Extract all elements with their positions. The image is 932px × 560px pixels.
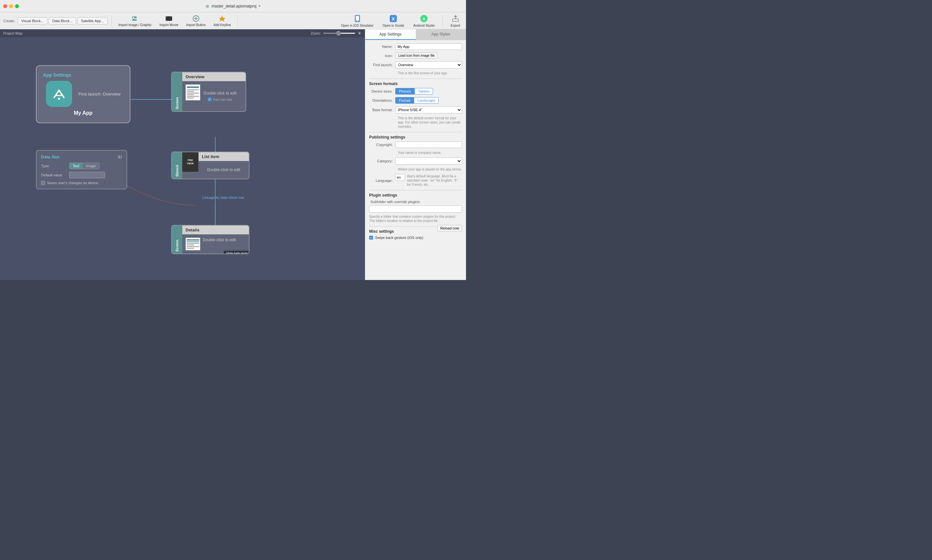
tab-app-styles[interactable]: App Styles — [416, 29, 466, 40]
stencil-type-label: Stencil — [172, 152, 182, 178]
window-controls — [3, 4, 19, 8]
orientations-value: Portrait Landscape — [395, 97, 462, 104]
name-label: Name: — [369, 45, 395, 49]
plugin-header: Plugin settings — [369, 190, 462, 197]
portrait-button[interactable]: Portrait — [395, 97, 414, 104]
name-input[interactable] — [395, 43, 462, 50]
hide-help-button[interactable]: Hide help texts — [224, 251, 250, 254]
base-format-label: Base format: — [369, 108, 395, 112]
data-slot-id: ID — [118, 154, 122, 159]
copyright-row: Copyright: — [369, 142, 462, 148]
import-button-button[interactable]: Import Button — [183, 13, 208, 28]
screen-details-content: Details Double-click to edit — [182, 226, 249, 254]
screen-formats-header: Screen formats — [369, 78, 462, 86]
landscape-button[interactable]: Landscape — [414, 97, 439, 104]
saves-checkbox[interactable] — [41, 181, 45, 185]
screen-details-type-label: Screen — [172, 226, 182, 254]
orientations-label: Orientations: — [369, 98, 395, 102]
device-sizes-row: Device sizes: Phones Tablets — [369, 88, 462, 95]
stencil-body: Double-click to edit — [199, 161, 249, 178]
name-value — [395, 43, 462, 50]
reload-button[interactable]: Reload now — [437, 225, 462, 231]
close-button[interactable] — [3, 4, 7, 8]
create-group: Create: Visual Block... Data Block... Sa… — [3, 17, 108, 25]
svg-rect-4 — [171, 16, 172, 18]
first-launch-select[interactable]: Overview Details — [395, 61, 462, 68]
language-label: Language: — [369, 178, 395, 183]
zoom-icon: ☀ — [357, 31, 362, 36]
zoom-slider[interactable] — [323, 32, 356, 34]
xcode-icon: X — [389, 14, 398, 23]
stencil-name: List item — [199, 152, 249, 161]
has-nav-bar-checkbox[interactable]: ✓ — [208, 97, 212, 102]
icon-value: Load icon from image file — [395, 52, 462, 58]
screen-preview — [186, 85, 200, 100]
base-format-select-row: iPhone 5/SE 4" iPhone 6/7/8 iPhone X — [395, 106, 462, 114]
swipe-back-label: Swipe back gesture (iOS only) — [375, 236, 423, 240]
first-launch-row: First launch: Overview Details — [369, 61, 462, 68]
right-panel-tabs: App Settings App Styles — [365, 29, 466, 40]
minimize-button[interactable] — [9, 4, 13, 8]
data-slot-saves-row: Saves user's changes on device — [41, 181, 122, 185]
stencil-node[interactable]: Stencil PREVIEW List item Double-click t… — [171, 152, 250, 179]
base-format-select[interactable]: iPhone 5/SE 4" iPhone 6/7/8 iPhone X — [395, 106, 462, 114]
has-nav-bar-row: ✓ Has nav bar — [208, 97, 232, 102]
screen-details-node[interactable]: Screen Details — [171, 225, 250, 254]
icon-row: Icon: Load icon from image file — [369, 52, 462, 58]
orientation-buttons: Portrait Landscape — [395, 97, 462, 104]
tablets-button[interactable]: Tablets — [414, 88, 433, 95]
base-format-value: iPhone 5/SE 4" iPhone 6/7/8 iPhone X — [395, 106, 462, 114]
import-image-button[interactable]: Import Image / Graphic — [116, 13, 154, 28]
export-button[interactable]: Export — [448, 13, 463, 29]
data-block-button[interactable]: Data Block... — [49, 17, 76, 25]
svg-rect-5 — [166, 20, 167, 21]
category-select-row — [395, 157, 462, 165]
load-icon-button[interactable]: Load icon from image file — [395, 52, 438, 58]
toggle-image-option[interactable]: Image — [83, 163, 99, 169]
maximize-button[interactable] — [15, 4, 19, 8]
data-slot-default-label: Default value: — [41, 173, 67, 177]
language-hint: App's default language. Must be a standa… — [407, 174, 462, 187]
data-slot-default-input[interactable] — [69, 172, 105, 178]
swipe-back-checkbox[interactable]: ✓ — [369, 236, 373, 240]
phones-button[interactable]: Phones — [395, 88, 414, 95]
data-slot-header: Data Slot ID — [41, 154, 122, 159]
svg-text:A: A — [423, 17, 425, 21]
open-xcode-button[interactable]: X Open in Xcode — [380, 13, 407, 29]
screen-overview-node[interactable]: Screen Overview — [171, 72, 246, 112]
language-input[interactable] — [395, 174, 405, 181]
device-sizes-value: Phones Tablets — [395, 88, 462, 95]
data-slot-node[interactable]: Data Slot ID Type: Text Image Default va… — [36, 150, 127, 189]
zoom-label: Zoom: — [311, 31, 321, 35]
svg-rect-6 — [171, 20, 172, 21]
orientations-row: Orientations: Portrait Landscape — [369, 97, 462, 104]
copyright-input[interactable] — [395, 142, 462, 148]
data-slot-type-toggle[interactable]: Text Image — [69, 163, 99, 169]
data-slot-default-row: Default value: — [41, 172, 122, 178]
svg-rect-12 — [356, 16, 359, 20]
open-ios-button[interactable]: Open in iOS Simulator — [339, 13, 376, 29]
plugin-subfolder-input[interactable] — [369, 205, 462, 212]
saves-label: Saves user's changes on device — [47, 181, 98, 185]
window-title: ⊕ master_detail.apiomatproj ▾ — [205, 4, 260, 9]
first-launch-select-row: Overview Details — [395, 61, 462, 68]
android-studio-button[interactable]: A Android Studio — [411, 13, 437, 29]
category-hint: Where your app is placed on the app stor… — [369, 167, 462, 171]
category-label: Category: — [369, 159, 395, 163]
toggle-text-option[interactable]: Text — [69, 163, 83, 169]
category-row: Category: — [369, 157, 462, 165]
import-movie-button[interactable]: Import Movie — [157, 13, 181, 28]
app-settings-node[interactable]: App Settings First launch: Overview My A… — [36, 65, 131, 123]
canvas[interactable]: Project Map Zoom: ☀ App Settings — [0, 29, 365, 280]
toolbar: Create: Visual Block... Data Block... Sa… — [0, 12, 466, 29]
visual-block-button[interactable]: Visual Block... — [18, 17, 47, 25]
data-slot-type-row: Type: Text Image — [41, 163, 122, 169]
category-select[interactable] — [395, 157, 462, 165]
canvas-title: Project Map — [3, 31, 23, 35]
add-keyline-button[interactable]: Add Keyline — [211, 13, 234, 28]
device-sizes-label: Device sizes: — [369, 89, 395, 93]
title-bar: ⊕ master_detail.apiomatproj ▾ — [0, 0, 466, 12]
tab-app-settings[interactable]: App Settings — [365, 29, 416, 40]
screen-overview-content: Overview Double — [182, 72, 246, 111]
satellite-app-button[interactable]: Satellite App... — [77, 17, 107, 25]
